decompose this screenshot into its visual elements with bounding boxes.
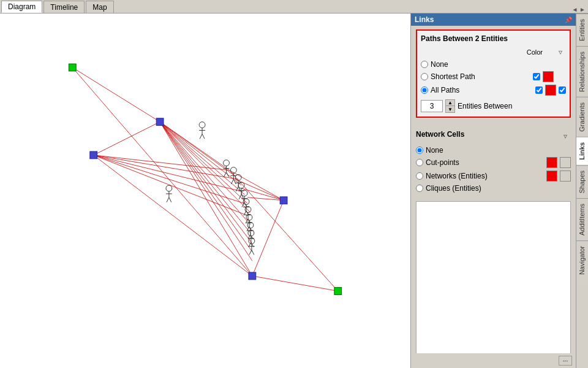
right-panel: Links 📌 Paths Between 2 Entities Color ▿ [410, 13, 576, 368]
spinner-up-button[interactable]: ▲ [446, 100, 454, 106]
svg-rect-97 [249, 272, 256, 280]
network-cliques-text: Cliques (Entities) [426, 184, 481, 193]
panel-header: Links 📌 [411, 13, 576, 26]
path-none-text: None [431, 60, 448, 69]
svg-line-20 [160, 122, 252, 261]
svg-point-28 [224, 160, 230, 166]
svg-rect-94 [90, 151, 97, 159]
spinner-down-button[interactable]: ▼ [446, 106, 454, 112]
network-cutpoints-empty-swatch [560, 157, 571, 168]
side-tab-shapes[interactable]: Shapes [576, 165, 588, 198]
svg-line-14 [160, 122, 247, 204]
panel-pin-icon[interactable]: 📌 [565, 17, 572, 23]
path-all-label[interactable]: All Paths [421, 86, 535, 94]
paths-box: Paths Between 2 Entities Color ▿ None [416, 29, 571, 118]
network-none-text: None [426, 146, 443, 155]
network-cliques-radio[interactable] [416, 185, 423, 192]
tab-diagram[interactable]: Diagram [1, 1, 42, 13]
path-none-radio[interactable] [421, 61, 428, 68]
svg-line-32 [226, 172, 228, 177]
svg-line-92 [202, 134, 205, 139]
svg-point-53 [243, 199, 249, 205]
network-cutpoints-color-swatch[interactable] [546, 157, 557, 168]
svg-line-0 [72, 67, 160, 122]
network-cliques-label[interactable]: Cliques (Entities) [416, 184, 571, 193]
funnel-icon[interactable]: ▿ [555, 47, 566, 58]
network-networks-color-swatch[interactable] [546, 171, 557, 182]
network-networks-row: Networks (Entities) [416, 171, 571, 182]
content-area: Links 📌 Paths Between 2 Entities Color ▿ [0, 13, 588, 368]
svg-line-21 [252, 201, 284, 276]
paths-header-row: Color ▿ [421, 47, 566, 58]
svg-rect-96 [280, 197, 287, 204]
svg-line-86 [167, 197, 169, 202]
network-section: Network Cells ▿ None [411, 126, 576, 199]
side-tab-navigator[interactable]: Navigator [576, 240, 588, 280]
side-tab-gradients[interactable]: Gradients [576, 97, 588, 137]
network-none-label[interactable]: None [416, 146, 571, 155]
paths-section: Paths Between 2 Entities Color ▿ None [411, 26, 576, 126]
side-tabs: Entities Relationships Gradients Links S… [576, 13, 588, 368]
side-tab-additems[interactable]: AdditItems [576, 198, 588, 240]
path-shortest-text: Shortest Path [431, 72, 475, 81]
path-none-label[interactable]: None [421, 60, 566, 69]
tab-timeline[interactable]: Timeline [43, 1, 85, 13]
network-cliques-row: Cliques (Entities) [416, 184, 571, 193]
svg-line-3 [94, 155, 252, 276]
paths-section-title: Paths Between 2 Entities [421, 34, 566, 43]
svg-point-83 [166, 185, 172, 191]
network-none-row: None [416, 146, 571, 155]
path-option-shortest-row: Shortest Path [421, 71, 566, 82]
path-all-color-swatch[interactable] [545, 85, 556, 96]
spinner-input[interactable] [421, 100, 443, 112]
svg-line-36 [231, 179, 233, 184]
tab-bar: Diagram Timeline Map ◄ ► [0, 0, 588, 13]
path-all-checkbox[interactable] [535, 86, 543, 94]
path-shortest-label[interactable]: Shortest Path [421, 72, 533, 81]
svg-line-87 [169, 197, 172, 202]
diagram-canvas[interactable] [0, 13, 410, 368]
panel-scrollable-area[interactable] [416, 201, 571, 353]
svg-line-26 [252, 276, 338, 291]
bottom-more-button[interactable]: ··· [559, 356, 572, 366]
tab-map[interactable]: Map [86, 1, 113, 13]
network-networks-radio[interactable] [416, 172, 423, 180]
network-cutpoints-row: Cut-points [416, 157, 571, 168]
spinner-row: ▲ ▼ Entities Between [421, 99, 566, 113]
svg-line-2 [94, 122, 160, 155]
panel-body: Paths Between 2 Entities Color ▿ None [411, 26, 576, 353]
network-networks-label[interactable]: Networks (Entities) [416, 172, 546, 180]
svg-line-17 [160, 122, 251, 234]
path-shortest-checkbox[interactable] [533, 73, 540, 80]
network-cutpoints-label[interactable]: Cut-points [416, 158, 546, 167]
svg-point-88 [199, 122, 205, 128]
bottom-bar: ··· [411, 353, 576, 368]
spinner-buttons: ▲ ▼ [445, 99, 455, 113]
diagram-svg [0, 13, 410, 368]
network-cutpoints-radio[interactable] [416, 159, 423, 166]
svg-line-46 [239, 194, 241, 199]
side-tab-entities[interactable]: Entities [576, 13, 588, 46]
path-shortest-color-swatch[interactable] [543, 71, 554, 82]
side-tab-relationships[interactable]: Relationships [576, 46, 588, 97]
nav-arrows: ◄ ► [571, 6, 588, 13]
svg-rect-95 [156, 118, 164, 126]
path-all-checkbox2[interactable] [559, 86, 566, 94]
svg-line-27 [229, 171, 337, 291]
network-networks-text: Networks (Entities) [426, 172, 488, 180]
svg-line-16 [160, 122, 251, 225]
path-all-radio[interactable] [421, 86, 428, 94]
color-header-label: Color [527, 48, 543, 56]
svg-rect-98 [334, 288, 342, 295]
svg-line-81 [249, 250, 252, 255]
path-shortest-radio[interactable] [421, 73, 428, 80]
network-funnel-icon[interactable]: ▿ [560, 131, 571, 142]
side-tab-links[interactable]: Links [576, 137, 588, 165]
spinner-label: Entities Between [458, 102, 512, 110]
network-none-radio[interactable] [416, 147, 423, 154]
network-networks-empty-swatch [560, 171, 571, 182]
path-option-all-row: All Paths [421, 85, 566, 96]
svg-line-82 [252, 250, 254, 255]
path-all-text: All Paths [431, 86, 459, 94]
svg-rect-93 [69, 64, 76, 71]
